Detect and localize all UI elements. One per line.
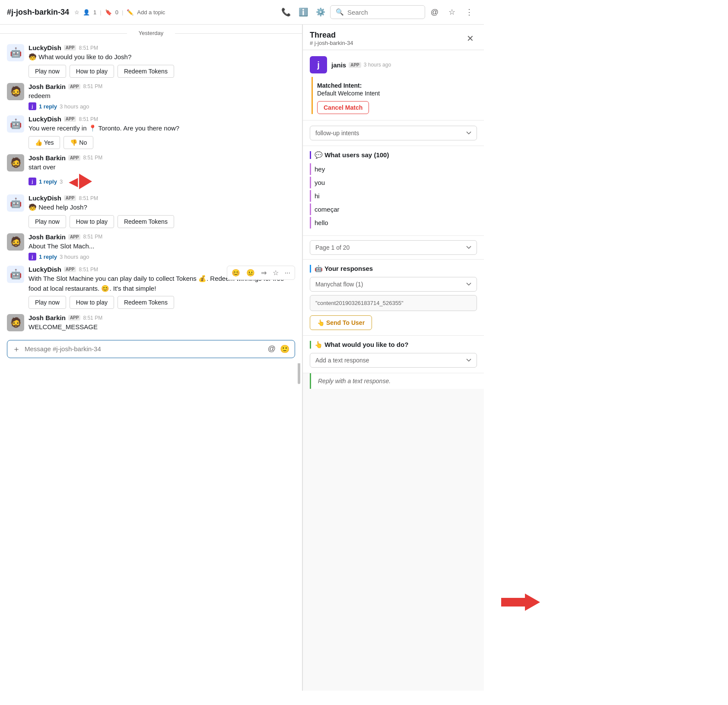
emoji-reaction-btn[interactable]: 😊 — [229, 267, 243, 279]
emoji-btn[interactable]: 😐 — [244, 267, 258, 279]
search-input[interactable] — [347, 9, 416, 16]
add-attachment-btn[interactable]: ＋ — [13, 344, 20, 354]
msg-sender: Josh Barkin — [29, 83, 66, 90]
thread-panel: Thread # j-josh-barkin-34 ✕ j janis APP … — [302, 25, 484, 691]
message-group: 🤖 LuckyDish APP 8:51 PM You were recentl… — [0, 113, 302, 152]
bookmark-msg-btn[interactable]: ☆ — [270, 267, 281, 279]
msg-sender: Josh Barkin — [29, 154, 66, 162]
avatar: 🤖 — [7, 194, 24, 212]
reply-indicator: j 1 reply 3 ◀ — [29, 174, 295, 189]
msg-content: LuckyDish APP 8:51 PM You were recently … — [29, 115, 295, 149]
user-say-text: começar — [315, 206, 340, 213]
thread-close-btn[interactable]: ✕ — [463, 32, 477, 45]
star-icon[interactable]: ☆ — [74, 9, 79, 16]
phone-icon-btn[interactable]: 📞 — [278, 4, 294, 20]
yes-button[interactable]: 👍 Yes — [29, 136, 60, 149]
emoji-input-btn[interactable]: 🙂 — [280, 344, 289, 354]
more-icon-btn[interactable]: ⋮ — [461, 4, 477, 20]
page-select[interactable]: Page 1 of 20 — [310, 240, 477, 255]
msg-header: Josh Barkin APP 8:51 PM — [29, 233, 295, 241]
info-icon-btn[interactable]: ℹ️ — [296, 4, 311, 20]
reply-note: Reply with a text response. — [310, 373, 484, 389]
reply-note-text: Reply with a text response. — [318, 378, 391, 384]
msg-time: 8:51 PM — [79, 45, 98, 51]
msg-header: Josh Barkin APP 8:51 PM — [29, 154, 295, 162]
mention-icon-btn[interactable]: @ — [427, 4, 442, 20]
how-to-play-button[interactable]: How to play — [70, 65, 114, 78]
how-to-play-button[interactable]: How to play — [70, 296, 114, 309]
what-title: 👆 What would you like to do? — [315, 341, 408, 349]
reply-link[interactable]: 1 reply — [39, 254, 57, 260]
page-selector-wrap: Page 1 of 20 — [303, 236, 484, 260]
msg-header: LuckyDish APP 8:51 PM — [29, 194, 295, 202]
more-msg-btn[interactable]: ··· — [282, 267, 293, 279]
responses-dropdown[interactable]: Manychat flow (1) — [310, 277, 477, 292]
chat-panel: Yesterday 🤖 LuckyDish APP 8:51 PM 🧒 What… — [0, 25, 302, 691]
msg-header: LuckyDish APP 8:51 PM — [29, 44, 295, 51]
send-to-user-button[interactable]: 👆 Send To User — [310, 315, 372, 330]
avatar: 🧔 — [7, 83, 24, 100]
message-group: 🧔 Josh Barkin APP 8:51 PM redeem j 1 rep… — [0, 80, 302, 113]
msg-sender: Josh Barkin — [29, 314, 66, 321]
msg-time: 8:51 PM — [83, 155, 102, 161]
user-say-item: hello — [310, 217, 477, 229]
msg-content: LuckyDish APP 8:51 PM 🧒 What would you l… — [29, 44, 295, 78]
app-badge: APP — [68, 84, 81, 89]
search-icon: 🔍 — [336, 8, 344, 16]
play-now-button[interactable]: Play now — [29, 65, 66, 78]
how-to-play-button[interactable]: How to play — [70, 215, 114, 228]
msg-text: 🧒 Need help Josh? — [29, 203, 295, 213]
message-input-wrap: ＋ @ 🙂 — [7, 340, 295, 358]
star-btn[interactable]: ☆ — [444, 4, 460, 20]
msg-sender: LuckyDish — [29, 266, 61, 273]
settings-icon-btn[interactable]: ⚙️ — [313, 4, 328, 20]
thread-message: j janis APP 3 hours ago Matched Intent: … — [303, 50, 484, 121]
app-badge: APP — [64, 267, 76, 272]
content-field: "content20190326183714_526355" — [310, 295, 477, 311]
app-badge: APP — [68, 315, 81, 321]
msg-actions: Play now How to play Redeem Tokens — [29, 65, 295, 78]
follow-up-select[interactable]: follow-up intents — [310, 126, 477, 140]
thread-sender: janis — [331, 61, 346, 69]
play-now-button[interactable]: Play now — [29, 296, 66, 309]
add-response-select[interactable]: Add a text response — [310, 353, 477, 368]
thread-header: Thread # j-josh-barkin-34 ✕ — [303, 25, 484, 50]
redeem-tokens-button[interactable]: Redeem Tokens — [118, 65, 174, 78]
user-say-text: you — [315, 179, 325, 186]
redeem-tokens-button[interactable]: Redeem Tokens — [118, 296, 174, 309]
message-group: 🤖 LuckyDish APP 8:51 PM 🧒 What would you… — [0, 41, 302, 80]
play-now-button[interactable]: Play now — [29, 215, 66, 228]
thread-time: 3 hours ago — [364, 62, 391, 68]
user-say-text: hi — [315, 192, 320, 200]
msg-header: Josh Barkin APP 8:51 PM — [29, 83, 295, 90]
msg-time: 8:51 PM — [83, 315, 102, 321]
no-button[interactable]: 👎 No — [64, 136, 93, 149]
cancel-match-button[interactable]: Cancel Match — [317, 101, 369, 114]
msg-actions: Play now How to play Redeem Tokens — [29, 215, 295, 228]
reply-link[interactable]: 1 reply — [39, 103, 57, 110]
mention-btn[interactable]: @ — [268, 344, 276, 353]
bookmark-count: 0 — [115, 9, 118, 16]
share-btn[interactable]: ⇒ — [258, 267, 269, 279]
msg-toolbar: 😊 😐 ⇒ ☆ ··· — [227, 266, 295, 280]
msg-actions: Play now How to play Redeem Tokens — [29, 296, 295, 309]
msg-time: 8:51 PM — [83, 234, 102, 240]
avatar-letter: j — [317, 60, 320, 70]
reply-link[interactable]: 1 reply — [39, 178, 57, 185]
thread-title: Thread — [310, 31, 353, 40]
msg-text: You were recently in 📍 Toronto. Are you … — [29, 124, 295, 133]
msg-content: Josh Barkin APP 8:51 PM redeem j 1 reply… — [29, 83, 295, 111]
add-topic[interactable]: Add a topic — [137, 9, 165, 16]
app-badge: APP — [64, 195, 76, 201]
header-meta: ☆ 👤 1 | 🔖 0 | ✏️ Add a topic — [74, 9, 165, 16]
reply-indicator: j 1 reply 3 hours ago — [29, 253, 295, 260]
message-group: 🧔 Josh Barkin APP 8:51 PM start over j 1… — [0, 152, 302, 192]
member-icon: 👤 — [83, 9, 90, 16]
search-box[interactable]: 🔍 — [330, 5, 425, 19]
redeem-tokens-button[interactable]: Redeem Tokens — [118, 215, 174, 228]
user-say-text: hey — [315, 165, 325, 173]
msg-content: Josh Barkin APP 8:51 PM WELCOME_MESSAGE — [29, 314, 295, 332]
reply-avatar: j — [29, 102, 36, 110]
message-group: 🧔 Josh Barkin APP 8:51 PM About The Slot… — [0, 231, 302, 264]
message-input[interactable] — [25, 345, 264, 352]
